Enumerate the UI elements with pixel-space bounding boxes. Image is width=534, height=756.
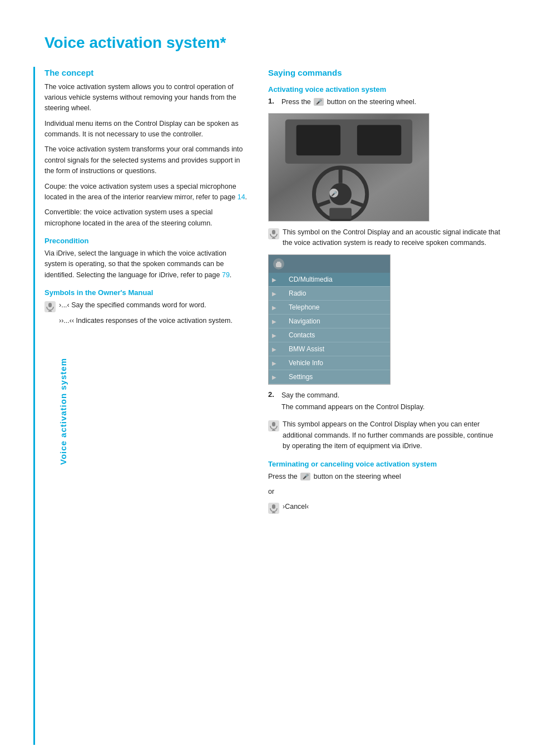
concept-p4: Coupe: the voice activation system uses … xyxy=(44,181,250,203)
svg-rect-6 xyxy=(296,125,340,156)
symbol1-box: ›...‹ Say the specified commands word fo… xyxy=(44,300,250,312)
steering-wheel-button-icon2: 🎤 xyxy=(300,473,310,480)
svg-rect-7 xyxy=(357,125,401,156)
precondition-title: Precondition xyxy=(44,237,250,245)
step2-detail2: This symbol appears on the Control Displ… xyxy=(283,419,502,451)
mic-symbol-icon4 xyxy=(268,503,279,514)
svg-text:🎤: 🎤 xyxy=(331,190,338,197)
symbol1-text: ›...‹ Say the specified commands word fo… xyxy=(59,300,206,311)
terminating-p1: Press the 🎤 button on the steering wheel xyxy=(268,472,502,482)
caption1-box: This symbol on the Control Display and a… xyxy=(268,227,502,249)
cancel-text: ›Cancel‹ xyxy=(283,502,309,512)
mic-symbol-icon1 xyxy=(44,301,56,312)
activating-title: Activating voice activation system xyxy=(268,85,502,94)
caption1-text: This symbol on the Control Display and a… xyxy=(283,227,502,249)
right-column: Saying commands Activating voice activat… xyxy=(268,68,502,518)
saying-commands-title: Saying commands xyxy=(268,68,502,77)
menu-items-container: ▶CD/Multimedia▶Radio▶Telephone▶Navigatio… xyxy=(269,273,390,384)
step2-text: Say the command. xyxy=(281,390,425,401)
symbols-title: Symbols in the Owner's Manual xyxy=(44,288,250,297)
menu-item-radio: ▶Radio xyxy=(269,287,390,301)
terminating-or: or xyxy=(268,487,502,497)
svg-rect-16 xyxy=(272,230,275,234)
precondition-p1: Via iDrive, select the language in which… xyxy=(44,248,250,281)
page-link-14[interactable]: 14 xyxy=(238,193,245,201)
main-content: Voice activation system* The concept The… xyxy=(44,33,512,562)
concept-p1: The voice activation system allows you t… xyxy=(44,82,250,114)
step2-detail1: The command appears on the Control Displ… xyxy=(281,402,425,413)
concept-p5: Convertible: the voice activation system… xyxy=(44,207,250,229)
step1-item: 1. Press the 🎤 button on the steering wh… xyxy=(268,97,502,107)
mic-symbol-icon2 xyxy=(268,228,279,239)
two-column-layout: The concept The voice activation system … xyxy=(44,68,512,518)
step2-symbol-box: This symbol appears on the Control Displ… xyxy=(268,419,502,451)
step1-num: 1. xyxy=(268,97,277,107)
menu-item-telephone: ▶Telephone xyxy=(269,301,390,315)
svg-rect-15 xyxy=(329,208,352,219)
step1-text: Press the 🎤 button on the steering wheel… xyxy=(281,97,416,107)
page-link-79[interactable]: 79 xyxy=(222,271,230,279)
cancel-box: ›Cancel‹ xyxy=(268,502,502,514)
step2-content: Say the command. The command appears on … xyxy=(281,390,425,416)
symbol2-box: ››...‹‹ Indicates responses of the voice… xyxy=(44,316,250,326)
concept-p3: The voice activation system transforms y… xyxy=(44,144,250,176)
page-container: Voice activation system Voice activation… xyxy=(0,33,534,756)
menu-item-navigation: ▶Navigation xyxy=(269,315,390,328)
svg-rect-21 xyxy=(277,262,280,264)
terminating-title: Terminating or canceling voice activatio… xyxy=(268,460,502,468)
sidebar-label: Voice activation system xyxy=(58,358,68,465)
menu-item-settings: ▶Settings xyxy=(269,370,390,384)
step2-item: 2. Say the command. The command appears … xyxy=(268,390,502,416)
left-column: The concept The voice activation system … xyxy=(44,68,250,518)
steering-wheel-button-icon: 🎤 xyxy=(314,98,324,106)
menu-item-vehicle-info: ▶Vehicle Info xyxy=(269,356,390,370)
concept-title: The concept xyxy=(44,68,250,77)
steering-wheel-image: 🎤 xyxy=(268,113,429,222)
menu-item-contacts: ▶Contacts xyxy=(269,328,390,342)
symbol2-text: ››...‹‹ Indicates responses of the voice… xyxy=(59,316,233,326)
step2-num: 2. xyxy=(268,390,277,416)
concept-p2: Individual menu items on the Control Dis… xyxy=(44,119,250,140)
blue-border xyxy=(33,67,35,745)
menu-screenshot: ▶CD/Multimedia▶Radio▶Telephone▶Navigatio… xyxy=(268,254,390,385)
menu-item-bmw-assist: ▶BMW Assist xyxy=(269,342,390,356)
svg-rect-22 xyxy=(272,422,275,426)
svg-rect-25 xyxy=(272,504,275,509)
menu-item-cd/multimedia: ▶CD/Multimedia xyxy=(269,273,390,287)
svg-rect-0 xyxy=(48,303,52,307)
page-title: Voice activation system* xyxy=(44,33,512,52)
mic-symbol-icon3 xyxy=(268,420,279,431)
